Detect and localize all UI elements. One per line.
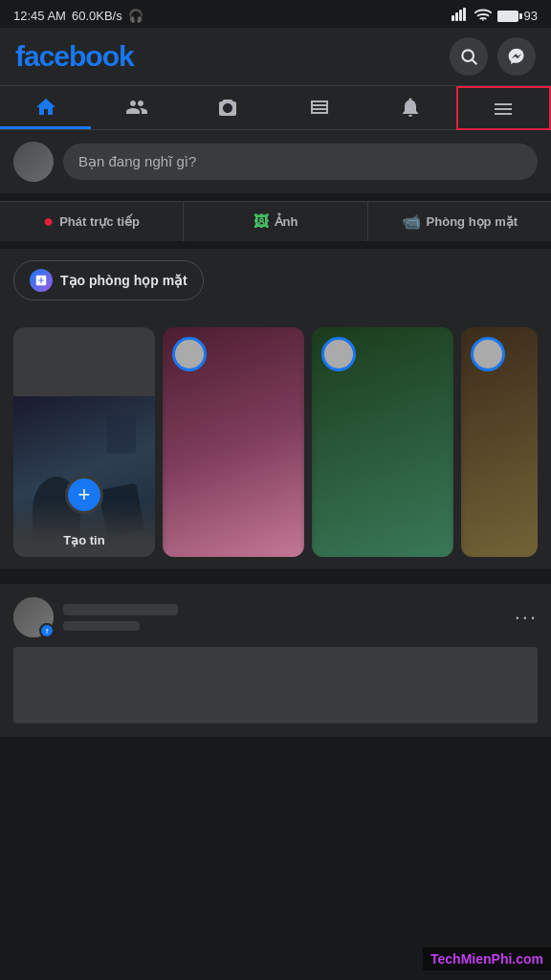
post-header: f ··· — [13, 597, 538, 637]
story-plus-icon: + — [65, 476, 103, 514]
svg-rect-0 — [452, 15, 454, 21]
post-input-box[interactable]: Bạn đang nghĩ gì? — [63, 144, 538, 180]
nav-item-marketplace[interactable] — [183, 86, 274, 129]
photo-label: Ảnh — [275, 214, 298, 229]
signal-icon — [452, 8, 469, 24]
room-btn-icon — [30, 269, 53, 292]
feed-section: f ··· — [0, 584, 551, 737]
room-action-label: Phòng họp mặt — [427, 214, 518, 229]
action-row: ● Phát trực tiếp 🖼 Ảnh 📹 Phòng họp mặt — [0, 201, 551, 249]
story-card-3[interactable] — [312, 327, 453, 557]
stories-section: Tạo phòng họp mặt + Tạo tin — [0, 249, 551, 576]
nav-item-home[interactable] — [0, 86, 91, 129]
search-button[interactable] — [450, 37, 488, 76]
post-avatar-badge: f — [39, 623, 55, 638]
status-left: 12:45 AM 60.0KB/s 🎧 — [13, 9, 143, 23]
post-input-area: Bạn đang nghĩ gì? — [0, 130, 551, 201]
story-card-4[interactable] — [461, 327, 538, 557]
status-speed: 60.0KB/s — [72, 9, 122, 23]
story-card-2[interactable] — [163, 327, 304, 557]
nav-item-menu[interactable] — [456, 86, 551, 130]
room-button-wrapper: Tạo phòng họp mặt — [13, 260, 538, 314]
create-room-label: Tạo phòng họp mặt — [60, 273, 187, 288]
post-username-placeholder — [63, 604, 178, 615]
svg-point-5 — [462, 50, 474, 61]
stories-row: + Tạo tin — [13, 327, 538, 557]
messenger-button[interactable] — [497, 37, 536, 76]
nav-bar — [0, 86, 551, 130]
post-user-info: f — [13, 597, 178, 637]
header-icons — [450, 37, 536, 76]
live-button[interactable]: ● Phát trực tiếp — [0, 202, 184, 241]
watermark: TechMienPhi.com — [423, 947, 551, 970]
user-avatar — [13, 142, 54, 182]
nav-item-notifications[interactable] — [364, 86, 455, 129]
photo-button[interactable]: 🖼 Ảnh — [184, 202, 367, 241]
room-icon: 📹 — [402, 212, 421, 231]
room-action-button[interactable]: 📹 Phòng họp mặt — [368, 202, 551, 241]
svg-rect-3 — [463, 8, 466, 21]
svg-line-6 — [473, 60, 477, 65]
create-story-label: Tạo tin — [13, 533, 155, 547]
live-label: Phát trực tiếp — [59, 214, 140, 229]
status-right: 93 — [452, 8, 538, 24]
photo-icon: 🖼 — [253, 213, 269, 231]
post-content-placeholder — [13, 647, 538, 724]
nav-item-friends[interactable] — [91, 86, 182, 129]
wifi-icon — [474, 8, 492, 24]
status-bar: 12:45 AM 60.0KB/s 🎧 93 — [0, 0, 551, 28]
app-logo: facebook — [15, 40, 134, 73]
post-user-text — [63, 604, 178, 631]
post-options-button[interactable]: ··· — [515, 605, 538, 630]
live-icon: ● — [43, 212, 54, 232]
svg-rect-1 — [455, 12, 458, 21]
post-author-avatar: f — [13, 597, 54, 637]
battery-percent: 93 — [524, 9, 538, 23]
battery-icon — [497, 11, 518, 22]
post-time-placeholder — [63, 621, 140, 631]
nav-item-groups[interactable] — [274, 86, 364, 129]
status-time: 12:45 AM — [13, 9, 66, 23]
headphone-icon: 🎧 — [128, 9, 143, 23]
create-room-button[interactable]: Tạo phòng họp mặt — [13, 260, 204, 301]
create-story-card[interactable]: + Tạo tin — [13, 327, 155, 557]
svg-rect-2 — [459, 10, 462, 21]
svg-point-4 — [482, 19, 484, 21]
app-header: facebook — [0, 28, 551, 86]
